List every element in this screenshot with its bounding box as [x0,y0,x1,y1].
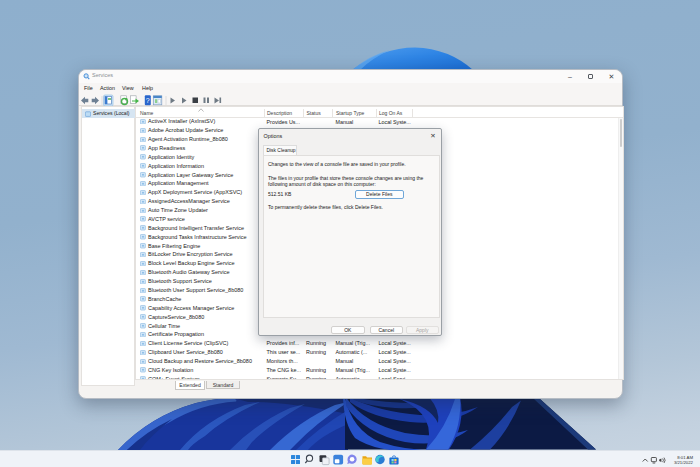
svg-text:?: ? [146,97,150,104]
